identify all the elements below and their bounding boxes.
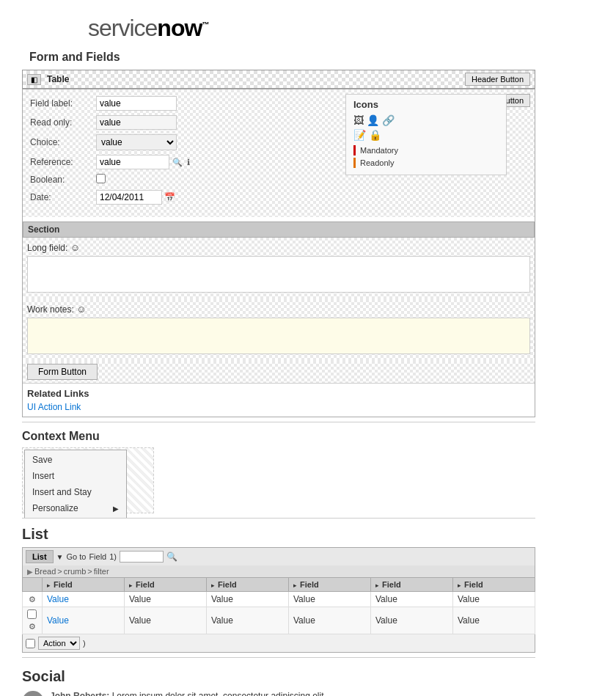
- post-author-0: John Roberts:: [50, 691, 109, 696]
- context-menu-save-label: Save: [32, 455, 52, 465]
- col-sort-arrow-5: ▸: [458, 582, 461, 589]
- footer-checkbox[interactable]: [26, 639, 35, 648]
- col-header-5[interactable]: ▸ Field: [453, 578, 535, 592]
- col-header-2[interactable]: ▸ Field: [207, 578, 289, 592]
- icons-row-2: 📝 🔒: [353, 129, 499, 141]
- table-row: ⚙ Value Value Value Value Value Value: [23, 592, 535, 607]
- note-icon: 📝: [353, 129, 366, 141]
- reference-info-btn[interactable]: ℹ: [186, 158, 191, 167]
- legend-area: Mandatory Readonly: [353, 145, 499, 168]
- field-input-1[interactable]: [93, 113, 335, 132]
- breadcrumb-arrow-icon: ▶: [27, 568, 33, 576]
- context-menu-item-insert[interactable]: Insert: [25, 468, 126, 484]
- legend-mandatory: Mandatory: [353, 145, 499, 155]
- long-field-label: Long field: ☺: [27, 242, 530, 253]
- list-search-button[interactable]: 🔍: [166, 552, 177, 562]
- col-label-5: Field: [464, 580, 483, 589]
- page-indicator: 1): [109, 552, 117, 561]
- icons-panel: Icons 🖼 👤 🔗 📝 🔒 Mandatory: [345, 94, 507, 175]
- date-input[interactable]: [96, 190, 162, 205]
- col-header-4[interactable]: ▸ Field: [371, 578, 453, 592]
- icons-row-1: 🖼 👤 🔗: [353, 114, 499, 126]
- choice-select[interactable]: value: [96, 134, 177, 150]
- field-label-4: Boolean:: [27, 172, 93, 188]
- context-menu-title: Context Menu: [22, 430, 535, 443]
- logo: servicenow™: [88, 15, 208, 41]
- row1-controls: ⚙: [23, 592, 43, 607]
- row1-cell-0: Value: [43, 592, 125, 607]
- row2-cell-2: Value: [207, 607, 289, 634]
- field-input-5[interactable]: 📅: [93, 188, 335, 207]
- field-input-2[interactable]: value: [93, 132, 335, 153]
- col-label-2: Field: [218, 580, 237, 589]
- field-input-0[interactable]: [93, 94, 335, 113]
- legend-readonly: Readonly: [353, 158, 499, 168]
- col-header-0[interactable]: ▸ Field: [43, 578, 125, 592]
- lock-icon: 🔒: [369, 129, 381, 141]
- row1-cell-4: Value: [371, 592, 453, 607]
- related-link[interactable]: UI Action Link: [27, 402, 81, 412]
- list-search-input[interactable]: [120, 551, 164, 563]
- work-notes-input[interactable]: [27, 318, 530, 354]
- long-field-label-text: Long field:: [27, 243, 67, 253]
- col-sort-arrow-0: ▸: [47, 582, 50, 589]
- field-label-input[interactable]: [96, 96, 177, 111]
- field-label-2: Choice:: [27, 132, 93, 153]
- field-input-3[interactable]: 🔍 ℹ: [93, 153, 335, 172]
- breadcrumb-sep-1: >: [57, 567, 62, 576]
- form-btn-wrap: Form Button: [23, 361, 535, 383]
- readonly-input[interactable]: [96, 115, 177, 130]
- field-label: Field: [89, 552, 106, 561]
- breadcrumb-part-1: Bread: [34, 567, 56, 576]
- long-field-input[interactable]: [27, 256, 530, 293]
- field-label-5: Date:: [27, 188, 93, 207]
- row2-controls: ⚙: [23, 607, 43, 634]
- list-toolbar: List ▼ Go to Field 1) 🔍: [22, 547, 535, 565]
- field-input-4[interactable]: [93, 172, 335, 188]
- page-title: Form and Fields: [29, 51, 535, 64]
- reference-input[interactable]: [96, 155, 169, 169]
- context-menu-item-personalize[interactable]: Personalize ▶: [25, 500, 126, 516]
- form-fields-table: Field label: Read only: Choice: valu: [27, 94, 335, 207]
- field-label-1: Read only:: [27, 113, 93, 132]
- list-footer: Action ): [22, 634, 535, 653]
- row2-checkbox[interactable]: [27, 609, 37, 619]
- work-notes-label-text: Work notes:: [27, 304, 74, 315]
- row1-link-0[interactable]: Value: [47, 594, 69, 604]
- col-label-3: Field: [300, 580, 319, 589]
- breadcrumb-part-2: crumb: [64, 567, 87, 576]
- header-button-top[interactable]: Header Button: [465, 73, 530, 86]
- work-notes-label: Work notes: ☺: [27, 304, 530, 315]
- link-icon: 🔗: [382, 114, 395, 126]
- submenu-arrow-icon: ▶: [113, 505, 119, 513]
- list-section-title: List: [22, 526, 535, 543]
- action-select[interactable]: Action: [38, 637, 80, 650]
- row2-cell-3: Value: [289, 607, 371, 634]
- reference-search-btn[interactable]: 🔍: [171, 158, 184, 167]
- list-table: ▸ Field ▸ Field ▸ Field ▸ Field ▸ Fiel: [22, 577, 535, 634]
- context-menu-insert-stay-label: Insert and Stay: [32, 487, 92, 497]
- row1-cell-2: Value: [207, 592, 289, 607]
- section-divider-1: [22, 422, 535, 422]
- form-row-choice: Choice: value: [27, 132, 335, 153]
- row1-cell-1: Value: [125, 592, 207, 607]
- social-section-title: Social: [22, 668, 535, 685]
- field-label-0: Field label:: [27, 94, 93, 113]
- form-button[interactable]: Form Button: [27, 364, 98, 380]
- long-field-icon: ☺: [70, 242, 80, 253]
- section-divider-3: [22, 657, 535, 658]
- form-row-reference: Reference: 🔍 ℹ: [27, 153, 335, 172]
- boolean-checkbox[interactable]: [96, 174, 106, 183]
- context-menu-item-insert-stay[interactable]: Insert and Stay: [25, 484, 126, 500]
- context-menu-personalize-label: Personalize: [32, 503, 78, 513]
- table-icon-button[interactable]: ◧: [27, 74, 41, 85]
- col-header-3[interactable]: ▸ Field: [289, 578, 371, 592]
- date-picker-btn[interactable]: 📅: [164, 192, 175, 202]
- col-header-1[interactable]: ▸ Field: [125, 578, 207, 592]
- context-menu-item-save[interactable]: Save: [25, 452, 126, 468]
- table-header-bar: ◧ Table Header Button: [22, 70, 535, 89]
- form-container: Header Button Field label: Read only: Ch: [22, 89, 535, 417]
- row2-link-0[interactable]: Value: [47, 615, 69, 626]
- work-notes-wrap: Work notes: ☺: [23, 299, 535, 361]
- list-tab[interactable]: List: [26, 550, 54, 563]
